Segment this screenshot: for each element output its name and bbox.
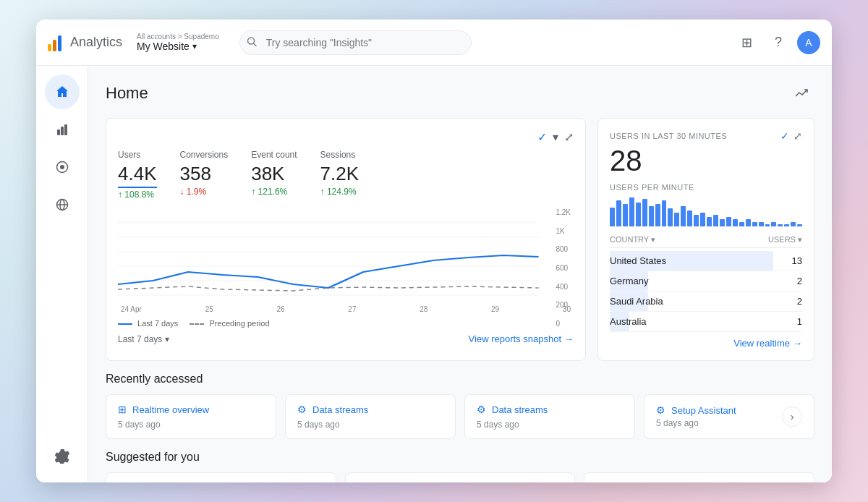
bar <box>778 224 783 226</box>
ra-label-ds1: Data streams <box>312 404 368 415</box>
bar <box>713 215 718 226</box>
bar <box>674 213 679 226</box>
logo-bar-3 <box>58 35 61 51</box>
sidebar-item-reports[interactable] <box>45 112 80 147</box>
bar <box>752 222 757 226</box>
card-footer: Last 7 days ▾ View reports snapshot → <box>118 333 574 344</box>
country-row-au: Australia 1 <box>610 312 802 332</box>
user-avatar[interactable]: A <box>797 31 820 54</box>
bar <box>687 210 692 226</box>
rt-footer: View realtime → <box>610 338 802 349</box>
metric-label-users: Users <box>118 150 157 160</box>
bar <box>623 204 628 226</box>
ra-card-setup[interactable]: ⚙ Setup Assistant 5 days ago › <box>644 394 814 439</box>
country-count-us: 13 <box>792 255 802 266</box>
country-row-de: Germany 2 <box>610 271 802 292</box>
country-name-de: Germany <box>610 276 648 286</box>
arrow-right-realtime: → <box>793 338 802 349</box>
selected-account[interactable]: My Website ▾ <box>137 41 219 52</box>
card-more-icon[interactable]: ▾ <box>553 130 558 144</box>
analytics-logo <box>48 34 61 51</box>
ra-card-datastreams-2[interactable]: ⚙ Data streams 5 days ago <box>464 394 635 439</box>
metric-change-events: ↑ 121.6% <box>251 187 297 197</box>
account-selector[interactable]: All accounts > Supademo My Website ▾ <box>137 33 219 52</box>
chart-wrapper: 1.2K 1K 800 600 400 200 0 <box>118 208 574 328</box>
search-wrapper <box>239 30 472 55</box>
metrics-row: Users 4.4K ↑ 108.8% Conversions 358 ↓ 1.… <box>118 150 574 200</box>
app-window: Analytics All accounts > Supademo My Web… <box>36 20 832 482</box>
suggested-card-3[interactable] <box>584 472 814 482</box>
metric-change-conversions: ↓ 1.9% <box>180 187 229 197</box>
expand-icon[interactable]: ⤢ <box>564 130 574 144</box>
metric-label-conversions: Conversions <box>180 150 229 160</box>
bar <box>636 203 641 226</box>
users-col-header[interactable]: USERS ▾ <box>768 235 802 244</box>
ra-card-realtime[interactable]: ⊞ Realtime overview 5 days ago <box>106 394 276 439</box>
search-bar <box>239 30 472 55</box>
legend-dashed-line <box>190 323 204 325</box>
ra-label-setup: Setup Assistant <box>671 405 736 416</box>
suggested-card-1[interactable] <box>106 472 336 482</box>
app-container: Analytics All accounts > Supademo My Web… <box>36 20 832 482</box>
sidebar-item-explore[interactable] <box>45 150 80 184</box>
bar <box>759 222 764 226</box>
ra-time-ds1: 5 days ago <box>297 420 443 430</box>
rt-section-label: USERS IN LAST 30 MINUTES <box>610 132 727 140</box>
bar <box>784 224 789 226</box>
date-range-label: Last 7 days <box>118 334 162 344</box>
apps-grid-button[interactable]: ⊞ <box>733 30 760 56</box>
sidebar-item-home[interactable] <box>45 75 80 109</box>
bar <box>649 206 654 226</box>
svg-point-6 <box>60 165 64 169</box>
bar <box>610 208 615 226</box>
arrow-right-icon: → <box>564 333 574 344</box>
svg-rect-3 <box>61 127 64 135</box>
chevron-down-icon: ▾ <box>192 41 197 51</box>
card-header-row: ✓ ▾ ⤢ <box>118 130 574 144</box>
ra-time-ds2: 5 days ago <box>477 420 623 430</box>
rt-card-header: USERS IN LAST 30 MINUTES ✓ ⤢ <box>610 130 802 142</box>
bar <box>662 200 667 226</box>
bar <box>746 219 751 226</box>
bar <box>694 215 699 226</box>
chart-container <box>118 208 574 305</box>
settings-button[interactable] <box>45 439 80 474</box>
logo-bar-2 <box>53 40 56 51</box>
metric-value-events: 38K <box>251 163 297 185</box>
search-input[interactable] <box>239 30 472 55</box>
chart-area: 1.2K 1K 800 600 400 200 0 <box>118 208 574 305</box>
recently-accessed-title: Recently accessed <box>106 373 814 386</box>
svg-line-1 <box>253 43 256 46</box>
bar <box>765 224 770 226</box>
top-nav: Analytics All accounts > Supademo My Web… <box>36 20 832 66</box>
bar <box>642 199 647 226</box>
country-count-au: 1 <box>797 316 802 327</box>
metric-sessions: Sessions 7.2K ↑ 124.9% <box>320 150 359 200</box>
suggested-title: Suggested for you <box>106 451 814 464</box>
sidebar-item-advertising[interactable] <box>45 187 80 222</box>
rt-expand-icon[interactable]: ⤢ <box>793 130 802 142</box>
logo-bar-1 <box>48 44 51 51</box>
view-reports-link[interactable]: View reports snapshot → <box>469 333 574 344</box>
metric-label-sessions: Sessions <box>320 150 359 160</box>
metric-change-users: ↑ 108.8% <box>118 190 157 200</box>
bar <box>791 222 796 226</box>
help-button[interactable]: ? <box>765 30 791 56</box>
search-icon <box>247 36 257 48</box>
trending-icon-button[interactable] <box>788 80 814 106</box>
bar <box>739 222 744 226</box>
country-col-header[interactable]: COUNTRY ▾ <box>610 235 655 244</box>
nav-actions: ⊞ ? A <box>733 30 820 56</box>
country-count-de: 2 <box>797 276 802 286</box>
main-content: Home <box>88 66 832 482</box>
bar <box>733 219 738 226</box>
date-selector[interactable]: Last 7 days ▾ <box>118 334 169 344</box>
data-streams-icon-2: ⚙ <box>477 404 486 415</box>
metric-users: Users 4.4K ↑ 108.8% <box>118 150 157 200</box>
svg-rect-4 <box>64 124 67 135</box>
bar <box>771 222 776 226</box>
suggested-card-2[interactable] <box>345 472 576 482</box>
view-realtime-link[interactable]: View realtime → <box>733 338 802 349</box>
ra-card-datastreams-1[interactable]: ⚙ Data streams 5 days ago <box>285 394 456 439</box>
ra-card-arrow[interactable]: › <box>782 407 802 427</box>
